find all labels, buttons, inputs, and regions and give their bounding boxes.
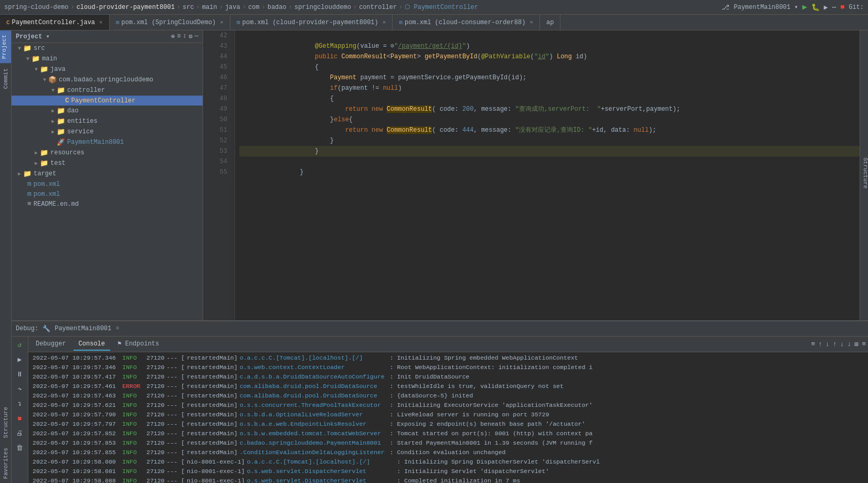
breadcrumb-item-2[interactable]: src <box>183 4 194 11</box>
debug-button[interactable]: 🐛 <box>811 3 820 12</box>
line-numbers: 42 43 44 45 46 47 48 49 50 51 52 53 <box>211 30 235 320</box>
tree-item-readme[interactable]: ≡ README.en.md <box>12 199 203 209</box>
folder-icon: 📁 <box>40 149 48 157</box>
tab-close-button[interactable]: × <box>530 19 533 26</box>
sidebar-icon-sort[interactable]: ↕ <box>183 33 186 40</box>
breadcrumb: spring-cloud-demo › cloud-provider-payme… <box>0 0 868 15</box>
code-line-42[interactable]: @GetMapping(value = ⊙"/payment/get/{id}"… <box>239 30 860 41</box>
console-toolbar-down3[interactable]: ↓ <box>848 340 852 348</box>
tree-item-main[interactable]: ▼ 📁 main <box>12 54 203 64</box>
debug-step-over-button[interactable]: ↷ <box>14 383 26 395</box>
breadcrumb-item-4[interactable]: java <box>225 4 240 11</box>
tab-close-button[interactable]: × <box>383 19 386 26</box>
console-toolbar-down[interactable]: ↓ <box>825 340 830 348</box>
breadcrumb-item-1[interactable]: cloud-provider-payment8001 <box>77 4 175 11</box>
tab-label: ap <box>546 19 554 26</box>
commit-panel-label[interactable]: Commit <box>2 64 10 93</box>
tab-pom-consumer[interactable]: m pom.xml (cloud-consumer-order88) × <box>393 15 540 30</box>
tab-label: pom.xml (cloud-provider-payment8001) <box>242 19 378 26</box>
console-toolbar-down2[interactable]: ↓ <box>840 340 844 348</box>
debug-trash-button[interactable]: 🗑 <box>14 442 26 454</box>
line-number: 47 <box>211 83 230 93</box>
favorites-panel-label[interactable]: Favorites <box>2 444 10 483</box>
tree-item-resources[interactable]: ▶ 📁 resources <box>12 148 203 158</box>
tree-item-src[interactable]: ▼ 📁 src <box>12 43 203 54</box>
sidebar-icon-settings[interactable]: ⚙ <box>189 33 193 40</box>
debug-pause-button[interactable]: ⏸ <box>14 368 26 381</box>
tab-pom-spring[interactable]: m pom.xml (SpringCloudDemo) × <box>110 15 230 30</box>
breadcrumb-item-6[interactable]: badao <box>268 4 287 11</box>
code-line-53[interactable] <box>239 146 860 156</box>
tree-item-java[interactable]: ▼ 📁 java <box>12 64 203 75</box>
tree-item-payment-controller[interactable]: C PaymentController <box>12 96 203 106</box>
debug-resume-button[interactable]: ▶ <box>14 353 26 366</box>
console-output[interactable]: 2022-05-07 10:29:57.346 INFO 27120 --- [… <box>28 352 868 483</box>
console-toolbar-up[interactable]: ↑ <box>818 340 822 348</box>
console-toolbar-lines[interactable]: ≡ <box>862 340 866 348</box>
breadcrumb-item-7[interactable]: springclouddemo <box>294 4 351 11</box>
console-toolbar-filter[interactable]: ≡ <box>811 340 815 348</box>
tab-ap[interactable]: ap <box>540 15 560 30</box>
sidebar-icon-globe[interactable]: ⊕ <box>171 33 175 40</box>
stop-button[interactable]: ■ <box>840 3 844 11</box>
more-run-options[interactable]: ⋯ <box>832 3 837 12</box>
folder-icon: 📁 <box>23 44 31 52</box>
sidebar-icon-close[interactable]: — <box>195 33 198 40</box>
code-editor[interactable]: 42 43 44 45 46 47 48 49 50 51 52 53 <box>203 30 860 320</box>
sidebar-icon-collapse[interactable]: ≡ <box>177 33 181 40</box>
breadcrumb-item-3[interactable]: main <box>202 4 217 11</box>
tree-item-dao[interactable]: ▶ 📁 dao <box>12 106 203 116</box>
tree-item-target[interactable]: ▶ 📁 target <box>12 169 203 179</box>
line-number: 43 <box>211 41 230 51</box>
log-row: 2022-05-07 10:29:58.081 INFO 27120 --- [… <box>28 467 868 476</box>
tree-item-package[interactable]: ▼ 📦 com.badao.springclouddemo <box>12 75 203 85</box>
project-panel-label[interactable]: Project <box>0 30 11 63</box>
code-line-54[interactable]: } <box>239 156 860 167</box>
console-toolbar-grid[interactable]: ⊞ <box>854 340 859 349</box>
debug-rerun-button[interactable]: ↺ <box>14 339 26 351</box>
console-toolbar-up2[interactable]: ↑ <box>833 340 837 348</box>
line-number: 42 <box>211 30 230 41</box>
tab-debugger[interactable]: Debugger <box>30 338 71 351</box>
tree-item-pom2[interactable]: m pom.xml <box>12 189 203 199</box>
debug-session-close[interactable]: × <box>115 325 119 332</box>
run-with-coverage-button[interactable]: ▶ <box>824 3 828 12</box>
md-icon: ≡ <box>27 200 31 208</box>
code-line-45[interactable]: Payment payment = paymentService.getPaym… <box>239 62 860 72</box>
tab-close-button[interactable]: × <box>220 19 224 26</box>
vcs-icon[interactable]: ⎇ <box>722 3 729 12</box>
tree-item-test[interactable]: ▶ 📁 test <box>12 158 203 169</box>
debug-step-into-button[interactable]: ↴ <box>14 397 26 410</box>
breadcrumb-item-5[interactable]: com <box>248 4 260 11</box>
structure-label[interactable]: Structure <box>860 153 868 193</box>
sidebar-title: Project ▾ <box>16 33 50 40</box>
code-line-55[interactable] <box>239 167 860 177</box>
line-number: 55 <box>211 167 230 177</box>
tab-endpoints[interactable]: ⚑ Endpoints <box>112 338 164 351</box>
breadcrumb-item-8[interactable]: controller <box>359 4 397 11</box>
xml-file-icon: m <box>399 19 403 26</box>
tree-item-paymentmain8001[interactable]: 🚀 PaymentMain8001 <box>12 137 203 148</box>
tree-label: java <box>50 66 66 73</box>
structure-panel-label[interactable]: Structure <box>2 403 10 442</box>
breadcrumb-item-9[interactable]: ⬡ PaymentController <box>405 3 478 11</box>
tab-console[interactable]: Console <box>73 338 110 351</box>
tree-item-controller[interactable]: ▼ 📁 controller <box>12 85 203 96</box>
tree-item-entities[interactable]: ▶ 📁 entities <box>12 116 203 127</box>
tab-close-button[interactable]: × <box>99 19 103 26</box>
debug-stop-button[interactable]: ■ <box>14 412 26 425</box>
tab-payment-controller[interactable]: C PaymentController.java × <box>0 15 110 30</box>
debug-session-name[interactable]: PaymentMain8001 <box>55 325 111 332</box>
run-config-selector[interactable]: PaymentMain8001 ▾ <box>734 3 798 11</box>
log-row: 2022-05-07 10:29:57.855 INFO 27120 --- [… <box>28 448 868 457</box>
structure-panel[interactable]: Structure <box>860 30 868 320</box>
tree-label: dao <box>67 107 79 114</box>
tree-label: resources <box>50 149 84 156</box>
breadcrumb-item-0[interactable]: spring-cloud-demo <box>4 4 68 11</box>
tree-item-service[interactable]: ▶ 📁 service <box>12 127 203 137</box>
run-button[interactable]: ▶ <box>802 2 807 12</box>
tab-pom-payment[interactable]: m pom.xml (cloud-provider-payment8001) × <box>230 15 393 30</box>
tree-item-pom1[interactable]: m pom.xml <box>12 179 203 189</box>
debug-print-button[interactable]: 🖨 <box>14 427 26 439</box>
project-tree: Project ▾ ⊕ ≡ ↕ ⚙ — ▼ 📁 src <box>12 30 203 320</box>
